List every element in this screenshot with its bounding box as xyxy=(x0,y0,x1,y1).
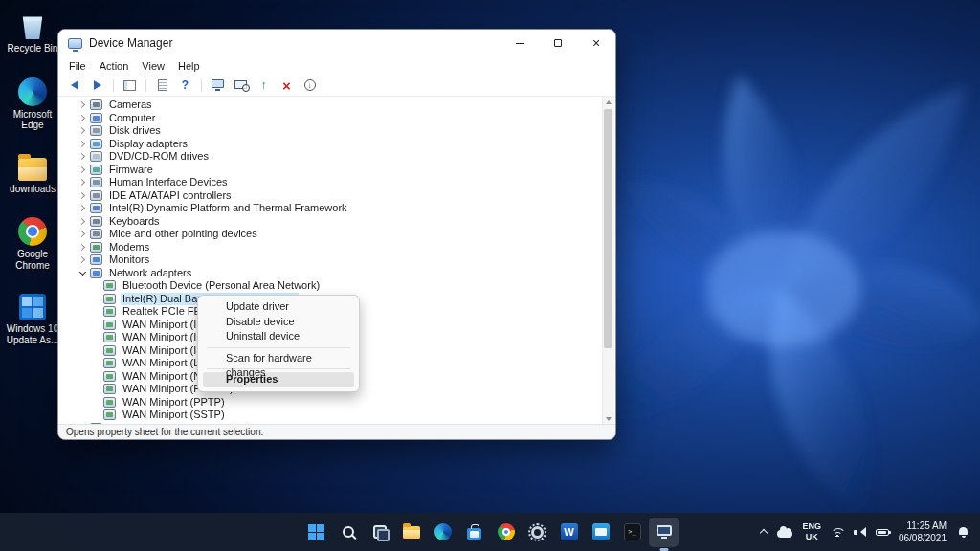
battery-icon[interactable] xyxy=(876,529,889,536)
tree-item-firmware[interactable]: Firmware xyxy=(58,164,602,177)
tree-item-keyboards[interactable]: Keyboards xyxy=(58,215,602,229)
chevron-right-icon[interactable] xyxy=(78,113,88,123)
notifications-bell-icon[interactable] xyxy=(958,527,969,538)
desktop-icon-windows-update[interactable]: Windows 10 Update As... xyxy=(2,294,63,345)
chevron-none xyxy=(91,384,101,394)
taskbar-settings-button[interactable] xyxy=(523,518,552,547)
desktop-icon-label: downloads xyxy=(10,184,56,195)
chevron-right-icon[interactable] xyxy=(78,242,88,253)
scroll-up-icon[interactable] xyxy=(603,97,614,108)
toolbar-scan-button[interactable] xyxy=(231,77,251,95)
tree-item-intel-r-dynamic-platform-and-thermal-framework[interactable]: Intel(R) Dynamic Platform and Thermal Fr… xyxy=(58,202,602,215)
close-icon: × xyxy=(592,36,600,50)
chevron-right-icon[interactable] xyxy=(78,216,88,227)
taskbar-mail-button[interactable] xyxy=(586,518,615,547)
desktop-icon-label: Microsoft Edge xyxy=(2,109,63,131)
toolbar-forward-button[interactable] xyxy=(87,77,107,95)
tree-item-wan-miniport-sstp[interactable]: WAN Miniport (SSTP) xyxy=(58,408,602,422)
wifi-icon[interactable] xyxy=(831,528,844,537)
taskbar-word-button[interactable] xyxy=(554,518,584,547)
title-bar[interactable]: Device Manager × xyxy=(58,30,615,56)
chevron-right-icon[interactable] xyxy=(78,203,88,213)
console-tree-icon xyxy=(123,80,136,91)
scan-icon xyxy=(234,80,247,89)
context-menu-item-scan-for-hardware-changes[interactable]: Scan for hardware changes xyxy=(203,351,354,366)
tree-item-cameras[interactable]: Cameras xyxy=(58,99,602,112)
tree-item-label: WAN Miniport (SSTP) xyxy=(121,408,227,421)
chevron-none xyxy=(91,280,101,291)
menu-file[interactable]: File xyxy=(62,58,93,74)
chevron-right-icon[interactable] xyxy=(78,99,88,110)
language-label: ENG xyxy=(802,521,821,532)
tree-item-disk-drives[interactable]: Disk drives xyxy=(58,124,602,138)
desktop-icon-folder[interactable]: downloads xyxy=(2,154,63,195)
toolbar-console-tree-button[interactable] xyxy=(120,77,140,95)
chevron-right-icon[interactable] xyxy=(78,177,88,187)
tree-item-mice-and-other-pointing-devices[interactable]: Mice and other pointing devices xyxy=(58,228,602,241)
toolbar-properties-button[interactable] xyxy=(152,77,172,95)
tree-item-monitors[interactable]: Monitors xyxy=(58,253,602,267)
chevron-right-icon[interactable] xyxy=(78,165,88,175)
tree-item-dvd-cd-rom-drives[interactable]: DVD/CD-ROM drives xyxy=(58,150,602,164)
toolbar-back-button[interactable] xyxy=(64,77,84,95)
tree-item-network-adapters[interactable]: Network adapters xyxy=(58,267,602,280)
nic-icon xyxy=(103,306,116,317)
chevron-right-icon[interactable] xyxy=(78,125,88,136)
taskbar-device-manager-button[interactable] xyxy=(649,518,679,547)
context-menu-item-disable-device[interactable]: Disable device xyxy=(203,315,354,330)
mail-icon xyxy=(592,523,610,540)
scrollbar-thumb[interactable] xyxy=(604,109,612,348)
context-menu-item-update-driver[interactable]: Update driver xyxy=(203,299,354,315)
close-button[interactable]: × xyxy=(577,30,615,56)
scroll-down-icon[interactable] xyxy=(603,412,614,424)
maximize-button[interactable] xyxy=(539,30,577,56)
volume-icon[interactable] xyxy=(854,527,866,538)
toolbar-devmgr-button[interactable] xyxy=(208,77,228,95)
desktop-icon-label: Google Chrome xyxy=(2,249,63,271)
taskbar-search-button[interactable] xyxy=(333,518,363,547)
taskbar-explorer-button[interactable] xyxy=(396,518,426,547)
desktop-icon-chrome[interactable]: Google Chrome xyxy=(2,217,63,271)
clock[interactable]: 11:25 AM 06/08/2021 xyxy=(899,519,947,544)
context-menu-item-properties[interactable]: Properties xyxy=(203,372,354,387)
chevron-right-icon[interactable] xyxy=(78,254,88,265)
desktop-icon-edge[interactable]: Microsoft Edge xyxy=(2,77,63,131)
toolbar-uninstall-button[interactable] xyxy=(277,77,297,95)
menu-action[interactable]: Action xyxy=(93,58,136,74)
taskbar-edge-button[interactable] xyxy=(428,518,457,547)
cloud-icon[interactable] xyxy=(777,530,792,538)
taskbar-start-button[interactable] xyxy=(301,518,331,547)
tree-item-display-adapters[interactable]: Display adapters xyxy=(58,138,602,151)
tree-item-wan-miniport-pptp[interactable]: WAN Miniport (PPTP) xyxy=(58,396,602,409)
tree-item-human-interface-devices[interactable]: Human Interface Devices xyxy=(58,176,602,189)
tree-item-modems[interactable]: Modems xyxy=(58,241,602,254)
toolbar-help-button[interactable] xyxy=(175,77,195,95)
disk-icon xyxy=(90,125,102,136)
taskbar-terminal-button[interactable] xyxy=(617,518,647,547)
taskbar-chrome-button[interactable] xyxy=(491,518,521,547)
taskbar-store-button[interactable] xyxy=(459,518,489,547)
task-view-icon xyxy=(373,525,387,539)
edge-icon xyxy=(434,523,452,540)
chevron-up-icon[interactable] xyxy=(760,528,768,536)
menu-help[interactable]: Help xyxy=(171,58,207,74)
menu-view[interactable]: View xyxy=(135,58,171,74)
toolbar-disable-button[interactable] xyxy=(300,77,320,95)
language-indicator[interactable]: ENG UK xyxy=(802,521,821,543)
chevron-down-icon[interactable] xyxy=(78,268,88,278)
scrollbar[interactable] xyxy=(602,97,614,424)
tree-item-ide-ata-atapi-controllers[interactable]: IDE ATA/ATAPI controllers xyxy=(58,189,602,203)
chevron-right-icon[interactable] xyxy=(78,151,88,162)
taskbar-task-view-button[interactable] xyxy=(365,518,394,547)
tree-item-bluetooth-device-personal-area-network[interactable]: Bluetooth Device (Personal Area Network) xyxy=(58,279,602,293)
minimize-button[interactable] xyxy=(501,30,539,56)
tree-item-computer[interactable]: Computer xyxy=(58,112,602,125)
tree-item-label: Disk drives xyxy=(107,124,163,137)
context-menu-item-uninstall-device[interactable]: Uninstall device xyxy=(203,329,354,344)
desktop-icon-recycle-bin[interactable]: Recycle Bin xyxy=(2,11,63,55)
tree-item-label: Computer xyxy=(107,112,157,124)
toolbar-update-driver-button[interactable] xyxy=(254,77,274,95)
chevron-right-icon[interactable] xyxy=(78,229,88,239)
chevron-right-icon[interactable] xyxy=(78,190,88,201)
chevron-right-icon[interactable] xyxy=(78,139,88,149)
